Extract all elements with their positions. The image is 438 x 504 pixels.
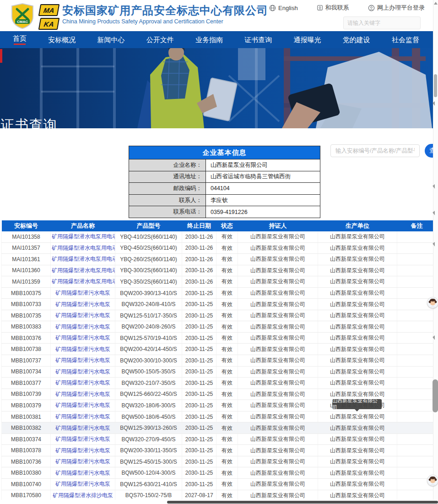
cell-model: BQW200-240/8-260/S [115,321,182,333]
product-link[interactable]: 矿用隔爆型潜污水电泵 [55,368,110,375]
product-link[interactable]: 矿用隔爆型潜污水电泵 [55,301,110,307]
nav-item-label: 证书查询 [244,36,272,44]
cell-model: BQS70-150/2-75/B [115,490,182,501]
cell-product: 矿用隔爆型潜污水电泵 [51,332,115,344]
product-link[interactable]: 矿用隔爆型潜污水电泵 [55,436,110,442]
product-link[interactable]: 矿用隔爆型潜污水电泵 [55,323,110,330]
cell-holder: 山西新星泵业有限公司 [238,490,318,501]
table-row: MAI101358矿用隔爆型潜水电泵用电动机YBQ-410/2S(660/114… [2,231,437,242]
floating-widget-handle[interactable] [433,379,438,412]
platform-login-label: 网上办理平台登录 [377,4,425,12]
table-row: MBB170580矿用隔爆型潜水排沙电泵BQS70-150/2-75/B2027… [2,490,437,501]
product-link[interactable]: 矿用隔爆型潜污水电泵 [55,379,110,386]
cell-product: 矿用隔爆型潜水电泵用电动机 [51,265,115,276]
info-row: 企业名称：山西新星泵业有限公司 [129,159,320,171]
cell-product: 矿用隔爆型潜污水电泵 [51,456,115,467]
cell-expiry: 2030-11-25 [182,332,216,344]
nav-item-3[interactable]: 新闻中心 [97,36,125,44]
nav-item-9[interactable]: 社会监督 [392,36,419,44]
cell-holder: 山西新星泵业有限公司 [238,378,318,389]
column-header: 安标编号 [2,220,51,231]
cell-model: BQW200-420/14-450/S [115,344,182,355]
table-row: MBB100377矿用隔爆型潜污水电泵BQW320-210/7-350/S203… [2,378,437,389]
product-link[interactable]: 矿用隔爆型潜水电泵用电动机 [52,267,115,274]
cell-model: YBQ-260/2S(660/1140) [115,254,182,265]
scrollbar-up-arrow-icon[interactable] [434,2,438,5]
platform-login-link[interactable]: 网上办理平台登录 [368,4,425,12]
cell-code: MBB100377 [2,378,51,389]
product-link[interactable]: 矿用隔爆型潜污水电泵 [55,447,110,454]
product-link[interactable]: 矿用隔爆型潜水电泵用电动机 [52,256,115,262]
cell-code: MBB100734 [2,366,51,378]
customer-service-avatar[interactable] [427,475,438,486]
product-link[interactable]: 矿用隔爆型潜水电泵用电动机 [52,278,115,285]
product-link[interactable]: 矿用隔爆型潜污水电泵 [55,425,110,431]
nav-item-label: 首页 [13,34,27,42]
product-link[interactable]: 矿用隔爆型潜污水电泵 [55,470,110,476]
cell-expiry: 2030-11-26 [182,254,216,265]
product-link[interactable]: 矿用隔爆型潜水电泵用电动机 [52,233,115,240]
cell-remark [397,242,437,254]
certificate-query-input[interactable] [330,144,420,157]
table-row: MBB100380矿用隔爆型潜污水电泵BQW500-120/4-300/S203… [2,467,437,479]
cell-product: 矿用隔爆型潜污水电泵 [51,344,115,355]
product-link[interactable]: 矿用隔爆型潜污水电泵 [55,346,110,352]
cell-expiry: 2030-11-25 [182,355,216,367]
cell-status: 有效 [216,242,238,254]
product-link[interactable]: 矿用隔爆型潜污水电泵 [55,312,110,318]
column-header: 终止日期 [182,220,216,231]
horizontal-scrollbar-thumb[interactable] [167,501,438,504]
nav-item-4[interactable]: 公开文件 [146,36,174,44]
cell-holder: 山西新星泵业有限公司 [238,242,318,254]
site-title-cn: 安标国家矿用产品安全标志中心有限公司 [62,4,268,17]
table-row: MBB100738矿用隔爆型潜污水电泵BQW200-420/14-450/S20… [2,344,437,355]
cell-product: 矿用隔爆型潜水电泵用电动机 [51,231,115,242]
product-link[interactable]: 矿用隔爆型潜水排沙电泵 [53,492,113,499]
producer-tooltip: 山西新星泵业有限公司 [332,399,382,409]
vertical-scrollbar-thumb[interactable] [434,74,437,97]
page: CMAC MA KA 安标国家矿用产品安全标志中心有限公司 China Mini… [0,0,438,504]
column-header: 产品型号 [115,220,182,231]
info-label: 邮政编码： [129,183,206,194]
english-link[interactable]: English [269,5,298,11]
keyword-search-input[interactable] [344,20,422,26]
banner-warehouse-art [0,48,433,128]
cell-code: MBB100378 [2,445,51,456]
product-link[interactable]: 矿用隔爆型潜污水电泵 [55,413,110,420]
product-link[interactable]: 矿用隔爆型潜污水电泵 [55,334,110,341]
cell-status: 有效 [216,467,238,479]
customer-service-avatar[interactable] [427,297,438,308]
cell-holder: 山西新星泵业有限公司 [238,467,318,479]
nav-item-2[interactable]: 安标概况 [48,36,76,44]
product-link[interactable]: 矿用隔爆型潜污水电泵 [55,357,110,363]
cell-model: YBQ-450/2S(660/1140) [115,242,182,254]
nav-item-5[interactable]: 业务指南 [195,36,223,44]
product-link[interactable]: 矿用隔爆型潜污水电泵 [55,402,110,408]
cell-product: 矿用隔爆型潜污水电泵 [51,467,115,479]
cell-expiry: 2030-11-25 [182,378,216,389]
cell-model: BQW125-510/17-350/S [115,310,182,321]
product-link[interactable]: 矿用隔爆型潜污水电泵 [55,458,110,465]
cell-product: 矿用隔爆型潜污水电泵 [51,400,115,411]
user-icon [368,5,375,11]
cell-holder: 山西新星泵业有限公司 [238,276,318,288]
nav-item-7[interactable]: 通报曝光 [294,36,321,44]
nav-item-6[interactable]: 证书查询 [244,36,272,44]
cell-producer: 山西新星泵业有限公司 [318,276,397,288]
product-link[interactable]: 矿用隔爆型潜污水电泵 [55,391,110,397]
product-link[interactable]: 矿用隔爆型潜水电泵用电动机 [52,245,115,251]
cell-code: MBB100379 [2,400,51,411]
cell-expiry: 2030-11-25 [182,389,216,400]
cell-model: BQW200-300/10-300/S [115,355,182,367]
info-row: 邮政编码：044104 [129,182,320,194]
cell-status: 有效 [216,456,238,467]
contact-link[interactable]: 和我联系 [317,4,349,12]
nav-item-8[interactable]: 党的建设 [343,36,370,44]
product-link[interactable]: 矿用隔爆型潜污水电泵 [55,481,110,487]
product-link[interactable]: 矿用隔爆型潜污水电泵 [55,290,110,296]
cell-code: MBB100382 [2,422,51,434]
cell-code: MBB100740 [2,479,51,490]
nav-item-1[interactable]: 首页 [13,34,27,45]
ma-badge: MA [38,4,60,16]
cell-expiry: 2030-11-25 [182,422,216,434]
